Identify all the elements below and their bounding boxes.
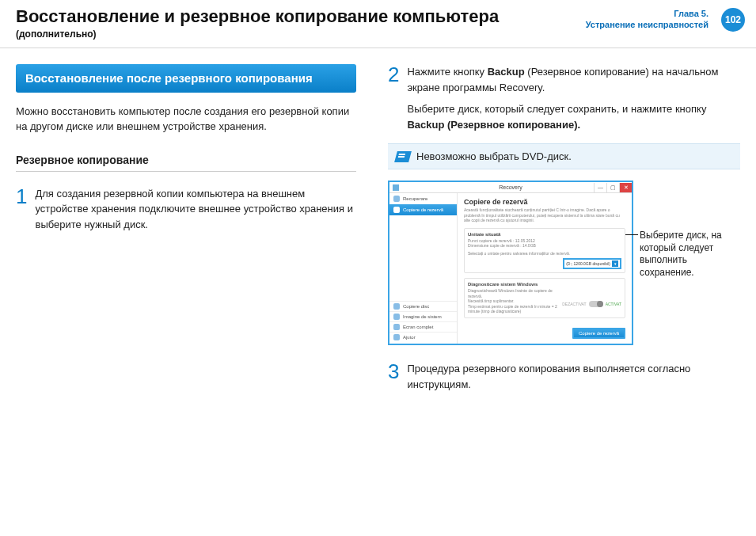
diag-heading: Diagnosticare sistem Windows <box>468 282 621 287</box>
diagnostics-toggle[interactable]: DEZACTIVAT ACTIVAT <box>562 295 621 314</box>
drive-panel-heading: Unitate situată <box>468 232 621 237</box>
left-column: Восстановление после резервного копирова… <box>16 64 356 403</box>
chevron-down-icon: ▾ <box>612 260 618 267</box>
toggle-on-label: ACTIVAT <box>606 302 621 306</box>
drive-panel: Unitate situată Punct copiere de rezervă… <box>464 228 625 274</box>
sidebar-item-backup[interactable]: Copiere de rezervă <box>389 204 457 215</box>
sidebar-item-sysimage[interactable]: Imagine de sistem <box>389 311 457 321</box>
step-number: 3 <box>388 361 399 382</box>
step-1-text: Для создания резервной копии компьютера … <box>35 186 356 233</box>
page-title: Восстановление и резервное копирование к… <box>16 6 530 27</box>
step2-bold2: Backup (Резервное копирование). <box>407 119 580 131</box>
diag-l3: Timp estimat pentru copie de rezervă în … <box>468 304 562 314</box>
backup-heading: Резервное копирование <box>16 154 356 172</box>
window-titlebar: Recovery — ▢ ✕ <box>389 182 632 193</box>
window-title: Recovery <box>499 184 522 190</box>
drive-value: (D:; 1200.0GB disponibil) <box>566 261 610 266</box>
backup-icon <box>393 207 400 213</box>
section-blue-heading: Восстановление после резервного копирова… <box>16 64 356 93</box>
sidebar-item-help[interactable]: Ajutor <box>389 332 457 342</box>
content-columns: Восстановление после резервного копирова… <box>0 48 756 403</box>
drive-dropdown[interactable]: (D:; 1200.0GB disponibil) ▾ <box>563 258 621 269</box>
step2-bold1: Backup <box>488 66 525 78</box>
page-header: Восстановление и резервное копирование к… <box>0 0 756 48</box>
recovery-window: Recovery — ▢ ✕ Recuperare Copiere de rez… <box>388 181 633 345</box>
fullscreen-icon <box>393 324 400 330</box>
step2-text-a: Нажмите кнопку <box>407 66 487 78</box>
backup-button[interactable]: Copiere de rezervă <box>572 328 625 339</box>
sidebar-item-fullscreen[interactable]: Ecran complet <box>389 321 457 332</box>
drive-instruction: Selectați o unitate pentru salvarea info… <box>468 251 621 257</box>
step-1: 1 Для создания резервной копии компьютер… <box>16 186 356 233</box>
sidebar-label: Recuperare <box>403 196 427 201</box>
step2-line2-a: Выберите диск, который следует сохранить… <box>407 103 706 115</box>
app-icon <box>393 184 399 191</box>
maximize-button[interactable]: ▢ <box>606 183 619 192</box>
intro-paragraph: Можно восстановить компьютер после созда… <box>16 104 356 135</box>
step-number: 1 <box>16 186 27 207</box>
step-2: 2 Нажмите кнопку Backup (Резервное копир… <box>388 64 740 132</box>
chapter-line2: Устранение неисправностей <box>586 19 709 30</box>
callout-text: Выберите диск, на который следует выполн… <box>640 230 727 279</box>
toggle-off-label: DEZACTIVAT <box>562 302 586 306</box>
sidebar-item-recover[interactable]: Recuperare <box>389 193 457 204</box>
image-icon <box>393 314 400 320</box>
main-pane: Copiere de rezervă Această funcționalita… <box>458 193 632 344</box>
diagnostics-panel: Diagnosticare sistem Windows Diagnostich… <box>464 278 625 318</box>
sidebar-item-copydisk[interactable]: Copiere disc <box>389 301 457 311</box>
sidebar-label: Imagine de sistem <box>403 314 442 319</box>
sidebar-label: Ajutor <box>403 335 416 340</box>
close-button[interactable]: ✕ <box>619 183 632 192</box>
note-icon <box>394 151 412 162</box>
recover-icon <box>393 196 400 202</box>
callout-connector <box>625 234 638 235</box>
window-body: Recuperare Copiere de rezervă Copiere di… <box>389 193 632 344</box>
minimize-button[interactable]: — <box>594 183 606 192</box>
backup-size: Dimensiune copie de rezervă : 14.0GB <box>468 243 621 249</box>
main-desc: Această funcționalitate stochează conțin… <box>464 207 625 223</box>
sidebar-label: Copiere de rezervă <box>403 207 443 212</box>
step-2-text: Нажмите кнопку Backup (Резервное копиров… <box>407 64 740 132</box>
diag-l1: Diagnostichează Windows înainte de copie… <box>468 288 562 298</box>
disk-icon <box>393 303 400 310</box>
note-text: Невозможно выбрать DVD-диск. <box>416 150 572 162</box>
step-3-text: Процедура резервного копирования выполня… <box>407 361 740 392</box>
page-number-badge: 102 <box>721 8 745 32</box>
note-box: Невозможно выбрать DVD-диск. <box>388 143 740 169</box>
toggle-switch <box>589 301 603 307</box>
chapter-label: Глава 5. Устранение неисправностей <box>586 8 709 31</box>
help-icon <box>393 334 400 340</box>
sidebar-label: Copiere disc <box>403 304 429 309</box>
sidebar: Recuperare Copiere de rezervă Copiere di… <box>389 193 458 344</box>
right-column: 2 Нажмите кнопку Backup (Резервное копир… <box>388 64 740 403</box>
chapter-line1: Глава 5. <box>586 8 709 19</box>
screenshot-wrapper: Recovery — ▢ ✕ Recuperare Copiere de rez… <box>388 181 740 345</box>
step-number: 2 <box>388 64 399 85</box>
sidebar-label: Ecran complet <box>403 325 433 329</box>
main-title: Copiere de rezervă <box>464 198 625 206</box>
step-3: 3 Процедура резервного копирования выпол… <box>388 361 740 392</box>
window-controls: — ▢ ✕ <box>594 183 632 192</box>
